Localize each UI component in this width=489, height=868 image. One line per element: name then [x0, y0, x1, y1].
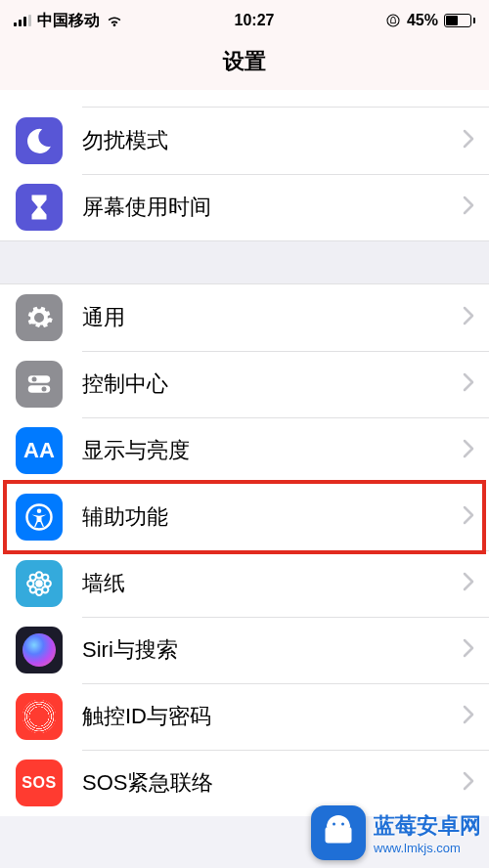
- row-label: 屏幕使用时间: [82, 193, 462, 222]
- row-control-center[interactable]: 控制中心: [0, 351, 489, 417]
- settings-group-a: 勿扰模式 屏幕使用时间: [0, 108, 489, 240]
- flower-icon: [16, 560, 63, 607]
- battery-icon: [444, 14, 475, 27]
- carrier-label: 中国移动: [37, 11, 100, 31]
- watermark: 蓝莓安卓网 www.lmkjs.com: [311, 805, 481, 860]
- svg-rect-1: [28, 375, 51, 383]
- watermark-url: www.lmkjs.com: [374, 841, 481, 855]
- watermark-logo-icon: [311, 805, 366, 860]
- chevron-right-icon: [462, 705, 489, 728]
- status-left: 中国移动: [14, 11, 123, 31]
- group-separator: [0, 240, 489, 284]
- chevron-right-icon: [462, 505, 489, 529]
- accessibility-icon: [16, 494, 63, 541]
- chevron-right-icon: [462, 129, 489, 152]
- hourglass-icon: [16, 184, 63, 231]
- svg-point-13: [42, 575, 48, 581]
- siri-icon: [16, 627, 63, 673]
- svg-point-12: [30, 575, 36, 581]
- svg-point-17: [333, 823, 335, 826]
- svg-point-18: [341, 823, 344, 826]
- settings-group-b: 通用 控制中心 AA 显示与亮度 辅助功能 墙纸 Siri与搜索: [0, 284, 489, 816]
- row-label: 触控ID与密码: [82, 702, 462, 731]
- page-title: 设置: [0, 47, 489, 76]
- row-siri-search[interactable]: Siri与搜索: [0, 617, 489, 683]
- chevron-right-icon: [462, 771, 489, 795]
- status-bar: 中国移动 10:27 45%: [0, 0, 489, 41]
- partial-row-divider: [82, 90, 489, 108]
- row-label: 墙纸: [82, 569, 462, 598]
- rotation-lock-icon: [385, 13, 401, 28]
- chevron-right-icon: [462, 638, 489, 662]
- row-wallpaper[interactable]: 墙纸: [0, 550, 489, 617]
- svg-point-14: [30, 586, 36, 592]
- svg-rect-16: [326, 827, 352, 844]
- text-size-icon: AA: [16, 427, 63, 474]
- row-do-not-disturb[interactable]: 勿扰模式: [0, 108, 489, 174]
- moon-icon: [16, 117, 63, 164]
- row-label: 辅助功能: [82, 502, 462, 532]
- svg-point-4: [42, 387, 47, 392]
- chevron-right-icon: [462, 439, 489, 462]
- chevron-right-icon: [462, 372, 489, 396]
- svg-point-0: [387, 15, 399, 26]
- battery-percent: 45%: [407, 12, 438, 29]
- sos-glyph: SOS: [22, 774, 56, 792]
- gear-icon: [16, 294, 63, 341]
- aa-glyph: AA: [23, 438, 55, 463]
- row-label: 控制中心: [82, 369, 462, 399]
- status-right: 45%: [385, 12, 475, 29]
- row-general[interactable]: 通用: [0, 284, 489, 351]
- clock: 10:27: [235, 12, 275, 29]
- wifi-icon: [106, 12, 123, 29]
- row-touch-id-passcode[interactable]: 触控ID与密码: [0, 683, 489, 750]
- cellular-signal-icon: [14, 15, 31, 26]
- watermark-text: 蓝莓安卓网: [374, 813, 481, 838]
- toggles-icon: [16, 361, 63, 408]
- chevron-right-icon: [462, 195, 489, 219]
- row-screentime[interactable]: 屏幕使用时间: [0, 174, 489, 240]
- page-header: 设置: [0, 41, 489, 90]
- svg-point-7: [35, 580, 43, 587]
- svg-rect-2: [28, 385, 51, 393]
- row-label: SOS紧急联络: [82, 768, 462, 798]
- chevron-right-icon: [462, 306, 489, 329]
- svg-point-3: [32, 377, 37, 382]
- svg-point-6: [37, 509, 42, 514]
- row-display-brightness[interactable]: AA 显示与亮度: [0, 417, 489, 484]
- fingerprint-icon: [16, 693, 63, 740]
- svg-point-15: [42, 586, 48, 592]
- chevron-right-icon: [462, 572, 489, 595]
- row-label: Siri与搜索: [82, 635, 462, 665]
- sos-icon: SOS: [16, 760, 63, 806]
- row-label: 显示与亮度: [82, 436, 462, 465]
- row-label: 通用: [82, 303, 462, 332]
- row-label: 勿扰模式: [82, 126, 462, 155]
- row-accessibility[interactable]: 辅助功能: [0, 484, 489, 550]
